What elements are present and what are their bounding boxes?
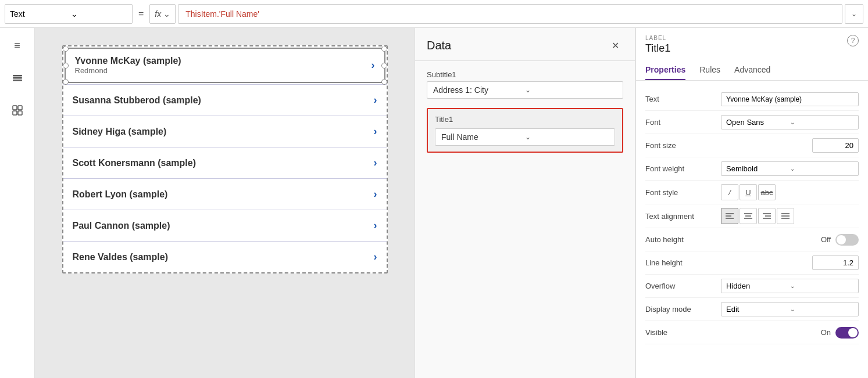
overflow-prop-label: Overflow [645,282,721,290]
fx-button[interactable]: fx ⌄ [149,4,176,24]
italic-button[interactable]: / [721,184,738,200]
list-item[interactable]: Susanna Stubberod (sample) › [63,84,387,116]
auto-height-prop-value: Off [721,234,859,246]
list-item[interactable]: Paul Cannon (sample) › [63,210,387,241]
font-weight-select[interactable]: Semibold ⌄ [721,161,859,176]
handle-bottom-left [63,79,69,85]
help-icon[interactable]: ? [847,35,859,46]
font-value: Open Sans [726,118,790,127]
property-select-chevron: ⌄ [71,9,127,19]
prop-row-line-height: Line height [645,251,859,275]
data-panel-header: Data ✕ [415,28,635,61]
prop-row-font-weight: Font weight Semibold ⌄ [645,157,859,181]
data-panel-body: Subtitle1 Address 1: City ⌄ Title1 Full … [415,61,635,162]
display-mode-prop-value: Edit ⌄ [721,302,859,316]
sidebar-grid-icon[interactable] [7,100,28,121]
equals-symbol: = [135,9,147,19]
data-panel-close-button[interactable]: ✕ [607,37,623,53]
auto-height-toggle-wrap: Off [821,234,859,246]
sidebar-hamburger-icon[interactable]: ≡ [7,35,28,56]
tab-rules[interactable]: Rules [699,60,720,80]
display-mode-value: Edit [726,305,790,314]
font-size-input[interactable] [812,138,859,153]
subtitle1-select[interactable]: Address 1: City ⌄ [427,81,623,99]
list-item-chevron: › [374,251,377,263]
line-height-prop-value [721,255,859,270]
list-component: Yvonne McKay (sample) Redmond › Susanna … [62,45,388,273]
prop-row-text-alignment: Text alignment [645,204,859,228]
properties-body: Text Font Open Sans ⌄ Font size [636,81,868,351]
left-sidebar: ≡ [0,28,35,378]
canvas-area: Yvonne McKay (sample) Redmond › Susanna … [35,28,415,378]
sidebar-layers-icon[interactable] [7,67,28,88]
list-item-selected[interactable]: Yvonne McKay (sample) Redmond › [65,48,385,83]
visible-prop-value: On [721,327,859,339]
list-item-chevron: › [374,188,377,200]
prop-row-auto-height: Auto height Off [645,228,859,251]
font-style-prop-value: / U abc [721,184,859,200]
title1-label: Title1 [435,115,615,124]
list-item-chevron: › [374,219,377,232]
font-prop-label: Font [645,118,721,127]
align-center-button[interactable] [740,208,757,224]
overflow-prop-value: Hidden ⌄ [721,279,859,293]
prop-row-font: Font Open Sans ⌄ [645,111,859,134]
tab-properties[interactable]: Properties [645,60,685,80]
text-align-buttons [721,208,794,224]
fx-chevron: ⌄ [163,9,170,19]
control-name: Title1 [645,42,670,55]
display-mode-select[interactable]: Edit ⌄ [721,302,859,316]
visible-value: On [821,328,831,337]
property-select[interactable]: Text ⌄ [5,4,133,24]
prop-row-text: Text [645,88,859,111]
title1-chevron-icon: ⌄ [525,133,609,141]
data-panel: Data ✕ Subtitle1 Address 1: City ⌄ Title… [415,28,635,378]
prop-row-visible: Visible On [645,321,859,344]
font-prop-value: Open Sans ⌄ [721,115,859,129]
list-item[interactable]: Scott Konersmann (sample) › [63,147,387,178]
toggle-thumb [837,235,846,244]
align-right-button[interactable] [758,208,776,224]
underline-button[interactable]: U [740,184,757,200]
font-style-buttons: / U abc [721,184,776,200]
fx-label: fx [155,9,161,19]
font-weight-value: Semibold [726,164,790,173]
list-item[interactable]: Sidney Higa (sample) › [63,116,387,147]
selected-item-subtitle: Redmond [75,66,367,75]
properties-panel-header: LABEL Title1 ? [636,28,868,60]
font-size-prop-label: Font size [645,141,721,150]
title1-select[interactable]: Full Name ⌄ [435,128,615,146]
font-chevron-icon: ⌄ [790,119,854,125]
text-alignment-prop-label: Text alignment [645,212,721,221]
visible-toggle[interactable] [835,327,859,339]
align-justify-button[interactable] [777,208,794,224]
text-prop-label: Text [645,95,721,103]
line-height-input[interactable] [812,255,859,270]
handle-top-right [381,46,387,52]
strikethrough-button[interactable]: abc [758,184,776,200]
formula-bar[interactable]: ThisItem.'Full Name' [178,4,842,24]
display-mode-prop-label: Display mode [645,305,721,314]
prop-row-font-style: Font style / U abc [645,181,859,204]
subtitle1-field: Subtitle1 Address 1: City ⌄ [427,70,623,99]
svg-rect-3 [13,106,17,110]
visible-toggle-thumb [848,328,858,337]
overflow-value: Hidden [726,282,790,290]
text-input[interactable] [721,92,859,106]
auto-height-toggle[interactable] [835,234,859,246]
font-select[interactable]: Open Sans ⌄ [721,115,859,129]
list-item-name: Susanna Stubberod (sample) [73,95,374,106]
formula-bar-expand[interactable]: ⌄ [845,4,863,24]
subtitle1-value: Address 1: City [433,85,525,95]
font-weight-prop-label: Font weight [645,164,721,173]
list-item[interactable]: Rene Valdes (sample) › [63,241,387,272]
line-height-prop-label: Line height [645,258,721,267]
svg-rect-4 [18,106,22,110]
tab-advanced[interactable]: Advanced [734,60,770,80]
font-style-prop-label: Font style [645,188,721,197]
selected-item-chevron: › [372,59,375,71]
align-left-button[interactable] [721,208,738,224]
overflow-select[interactable]: Hidden ⌄ [721,279,859,293]
list-item[interactable]: Robert Lyon (sample) › [63,178,387,210]
properties-tabs: Properties Rules Advanced [636,60,868,81]
